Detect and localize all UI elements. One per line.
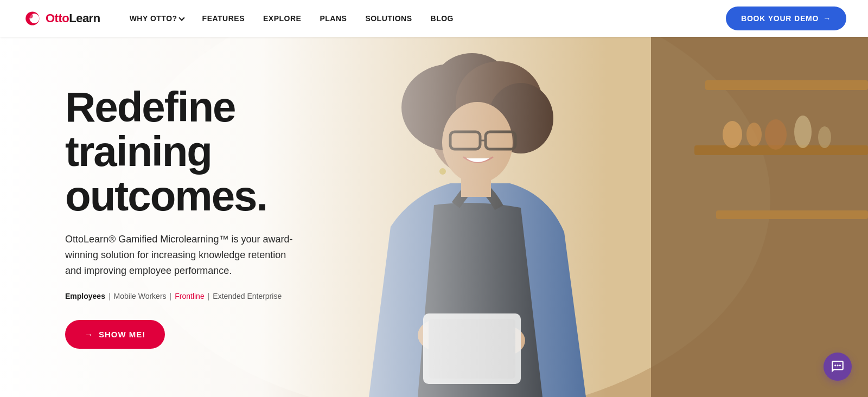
hero-tag-frontline: Frontline <box>175 292 204 300</box>
chevron-down-icon <box>178 15 184 21</box>
nav-item-solutions[interactable]: SOLUTIONS <box>358 10 419 27</box>
logo-text: OttoLearn <box>46 11 100 25</box>
hero-title: Redefine training outcomes. <box>65 85 347 219</box>
arrow-icon: → <box>823 14 831 23</box>
svg-point-29 <box>834 364 836 366</box>
logo[interactable]: OttoLearn <box>22 9 100 28</box>
hero-content: Redefine training outcomes. OttoLearn® G… <box>0 37 369 397</box>
chat-bubble-button[interactable] <box>824 353 852 381</box>
hero-tags: Employees | Mobile Workers | Frontline |… <box>65 292 347 300</box>
nav-links: WHY OTTO? FEATURES EXPLORE PLANS SOLUTIO… <box>122 10 726 27</box>
svg-point-31 <box>839 364 841 366</box>
hero-subtitle: OttoLearn® Gamified Microlearning™ is yo… <box>65 232 298 278</box>
navbar: OttoLearn WHY OTTO? FEATURES EXPLORE PLA… <box>0 0 868 37</box>
book-demo-button[interactable]: BOOK YOUR DEMO → <box>726 7 846 30</box>
svg-point-2 <box>28 14 33 18</box>
hero-tag-mobile-workers: Mobile Workers <box>114 292 167 300</box>
nav-item-explore[interactable]: EXPLORE <box>256 10 309 27</box>
nav-item-features[interactable]: FEATURES <box>195 10 252 27</box>
nav-item-blog[interactable]: BLOG <box>423 10 461 27</box>
nav-item-plans[interactable]: PLANS <box>312 10 354 27</box>
hero-tag-employees: Employees <box>65 292 105 300</box>
svg-point-30 <box>837 364 838 366</box>
show-me-button[interactable]: → SHOW ME! <box>65 320 165 349</box>
logo-icon <box>22 9 41 28</box>
hero-tag-extended-enterprise: Extended Enterprise <box>213 292 282 300</box>
nav-item-why-otto[interactable]: WHY OTTO? <box>122 10 192 27</box>
chat-icon <box>831 360 845 374</box>
hero-section: Redefine training outcomes. OttoLearn® G… <box>0 37 868 397</box>
arrow-right-icon: → <box>85 330 93 339</box>
